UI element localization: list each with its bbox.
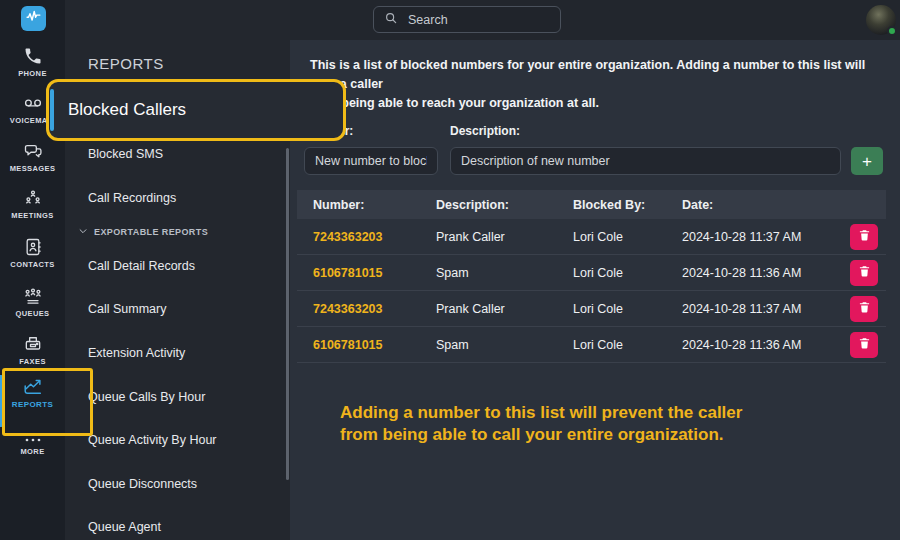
rail-item-queues[interactable]: QUEUES — [0, 286, 65, 318]
rail-item-label: MEETINGS — [11, 211, 53, 220]
active-item-accent — [50, 89, 54, 131]
delete-blocked-number-button[interactable] — [850, 296, 878, 322]
cell-description: Spam — [436, 266, 573, 280]
subnav-item-call-detail-records[interactable]: Call Detail Records — [88, 259, 195, 273]
subnav-scrollbar[interactable] — [286, 148, 289, 480]
subnav-item-call-summary[interactable]: Call Summary — [88, 302, 167, 316]
more-icon — [24, 436, 42, 444]
subnav-item-extension-activity[interactable]: Extension Activity — [88, 346, 185, 360]
rail-item-phone[interactable]: PHONE — [0, 46, 65, 78]
search-input[interactable] — [406, 12, 571, 28]
trash-icon — [858, 228, 871, 245]
header-blocked-by: Blocked By: — [573, 198, 682, 212]
cell-number: 6106781015 — [313, 338, 436, 352]
annotation-note: Adding a number to this list will preven… — [340, 402, 742, 446]
rail-item-label: MORE — [20, 447, 44, 456]
subnav-section-label: EXPORTABLE REPORTS — [94, 227, 208, 237]
subnav-item-queue-agent[interactable]: Queue Agent — [88, 520, 161, 534]
cell-description: Prank Caller — [436, 230, 573, 244]
header-number: Number: — [313, 198, 436, 212]
subnav-item-queue-disconnects[interactable]: Queue Disconnects — [88, 477, 197, 491]
search-icon — [384, 11, 398, 29]
contacts-icon — [23, 237, 43, 257]
cell-blocked-by: Lori Cole — [573, 338, 682, 352]
presence-indicator — [887, 26, 897, 36]
table-row: 6106781015SpamLori Cole2024-10-28 11:36 … — [297, 255, 886, 291]
main-content: This is a list of blocked numbers for yo… — [290, 40, 900, 540]
phone-icon — [23, 46, 43, 66]
subnav-item-call-recordings[interactable]: Call Recordings — [88, 191, 176, 205]
meetings-icon — [22, 188, 44, 208]
rail-item-faxes[interactable]: FAXES — [0, 334, 65, 366]
voicemail-icon — [22, 93, 44, 113]
header-description: Description: — [436, 198, 573, 212]
rail-item-label: MESSAGES — [10, 164, 56, 173]
table-row: 7243363203Prank CallerLori Cole2024-10-2… — [297, 219, 886, 255]
subnav-item-blocked-sms[interactable]: Blocked SMS — [88, 147, 163, 161]
queues-icon — [22, 286, 44, 306]
subnav-section-exportable-reports[interactable]: EXPORTABLE REPORTS — [78, 226, 208, 238]
global-search[interactable] — [373, 6, 561, 33]
rail-item-label: PHONE — [18, 69, 47, 78]
subnav-item-blocked-callers[interactable]: Blocked Callers — [46, 79, 346, 141]
subnav-title: REPORTS — [88, 55, 164, 72]
description-label: Description: — [450, 124, 520, 138]
annotation-note-line2: from being able to call your entire orga… — [340, 424, 742, 446]
table-body: 7243363203Prank CallerLori Cole2024-10-2… — [297, 219, 886, 363]
add-blocked-number-button[interactable]: + — [851, 147, 883, 175]
rail-item-reports[interactable]: REPORTS — [0, 375, 65, 409]
rail-item-label: QUEUES — [15, 309, 49, 318]
cell-blocked-by: Lori Cole — [573, 230, 682, 244]
cell-blocked-by: Lori Cole — [573, 302, 682, 316]
delete-blocked-number-button[interactable] — [850, 224, 878, 250]
cell-description: Spam — [436, 338, 573, 352]
trash-icon — [858, 264, 871, 281]
new-number-input[interactable] — [304, 147, 438, 175]
trash-icon — [858, 300, 871, 317]
rail-item-messages[interactable]: MESSAGES — [0, 141, 65, 173]
cell-date: 2024-10-28 11:37 AM — [682, 230, 847, 244]
cell-date: 2024-10-28 11:37 AM — [682, 302, 847, 316]
rail-item-more[interactable]: MORE — [0, 436, 65, 456]
delete-blocked-number-button[interactable] — [850, 260, 878, 286]
subnav-item-queue-activity-by-hour[interactable]: Queue Activity By Hour — [88, 433, 217, 447]
rail-item-label: REPORTS — [12, 400, 53, 409]
page-description: This is a list of blocked numbers for yo… — [310, 56, 888, 113]
user-avatar[interactable] — [866, 5, 896, 35]
page-description-line1: This is a list of blocked numbers for yo… — [310, 56, 888, 94]
cell-date: 2024-10-28 11:36 AM — [682, 266, 847, 280]
waveform-icon — [25, 8, 42, 29]
cell-number: 6106781015 — [313, 266, 436, 280]
chevron-down-icon — [78, 226, 88, 238]
rail-item-label: FAXES — [19, 357, 46, 366]
new-description-input[interactable] — [450, 147, 841, 175]
cell-date: 2024-10-28 11:36 AM — [682, 338, 847, 352]
app-window: This is a list of blocked numbers for yo… — [0, 0, 900, 540]
cell-description: Prank Caller — [436, 302, 573, 316]
cell-number: 7243363203 — [313, 302, 436, 316]
rail-item-label: CONTACTS — [10, 260, 54, 269]
cell-number: 7243363203 — [313, 230, 436, 244]
page-description-line2: from being able to reach your organizati… — [310, 94, 888, 113]
trash-icon — [858, 336, 871, 353]
messages-icon — [22, 141, 44, 161]
table-row: 7243363203Prank CallerLori Cole2024-10-2… — [297, 291, 886, 327]
faxes-icon — [23, 334, 43, 354]
cell-blocked-by: Lori Cole — [573, 266, 682, 280]
blocked-callers-label: Blocked Callers — [68, 100, 186, 120]
rail-item-meetings[interactable]: MEETINGS — [0, 188, 65, 220]
table-row: 6106781015SpamLori Cole2024-10-28 11:36 … — [297, 327, 886, 363]
blocked-numbers-table: Number: Description: Blocked By: Date: 7… — [297, 190, 886, 363]
subnav-item-queue-calls-by-hour[interactable]: Queue Calls By Hour — [88, 390, 205, 404]
reports-icon — [22, 375, 44, 397]
header-date: Date: — [682, 198, 847, 212]
delete-blocked-number-button[interactable] — [850, 332, 878, 358]
app-logo[interactable] — [21, 6, 46, 31]
rail-item-contacts[interactable]: CONTACTS — [0, 237, 65, 269]
table-header-row: Number: Description: Blocked By: Date: — [297, 190, 886, 219]
annotation-note-line1: Adding a number to this list will preven… — [340, 402, 742, 424]
active-nav-indicator — [0, 375, 5, 427]
